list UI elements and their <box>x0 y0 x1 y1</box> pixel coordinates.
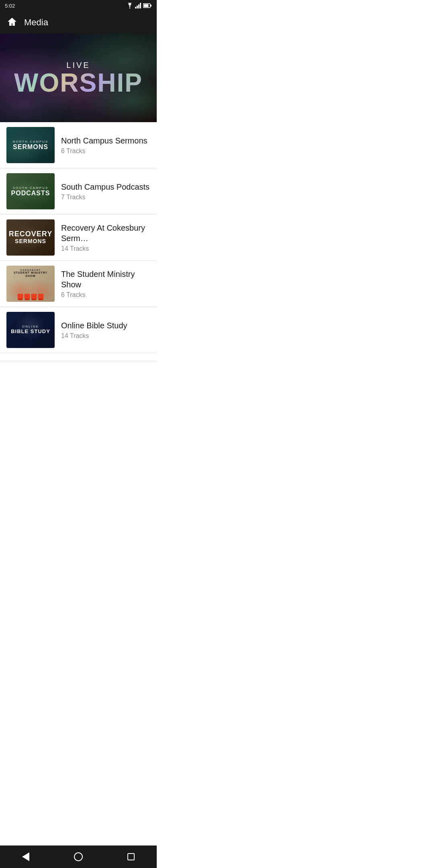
thumbnail-north-campus-sermons: NORTH CAMPUS SERMONS <box>6 127 55 163</box>
media-info: North Campus Sermons 6 Tracks <box>61 135 150 155</box>
svg-rect-3 <box>138 4 139 8</box>
chair <box>31 294 37 299</box>
thumb-chairs <box>18 294 44 299</box>
media-info: South Campus Podcasts 7 Tracks <box>61 182 150 201</box>
media-item-tracks: 6 Tracks <box>61 147 150 155</box>
svg-rect-1 <box>135 7 136 8</box>
list-item[interactable]: ONLINE BIBLE STUDY Online Bible Study 14… <box>0 307 157 353</box>
svg-rect-6 <box>151 5 152 7</box>
status-left: 5:02 <box>5 3 15 9</box>
list-item[interactable]: RECOVERY SERMONS Recovery At Cokesbury S… <box>0 215 157 261</box>
thumb-big-label: BIBLE STUDY <box>11 328 50 335</box>
chair <box>18 294 23 299</box>
battery-icon <box>143 3 152 8</box>
thumb-text: RECOVERY SERMONS <box>6 219 55 256</box>
thumb-show-label: STUDENT MINISTRYSHOW <box>14 271 47 278</box>
status-time: 5:02 <box>5 3 15 9</box>
thumbnail-student-ministry: COKESBURY STUDENT MINISTRYSHOW <box>6 266 55 302</box>
status-right <box>126 3 152 8</box>
page-title: Media <box>24 17 48 28</box>
thumb-big-label: SERMONS <box>13 143 48 151</box>
svg-rect-7 <box>144 4 149 7</box>
hero-banner[interactable]: LIVE WORSHIP <box>0 34 157 122</box>
svg-rect-4 <box>140 3 141 8</box>
status-bar: 5:02 <box>0 0 157 11</box>
app-bar: Media <box>0 11 157 34</box>
wifi-icon <box>126 3 133 8</box>
thumb-big-label: PODCASTS <box>11 190 50 197</box>
media-list: NORTH CAMPUS SERMONS North Campus Sermon… <box>0 122 157 353</box>
thumb-big-label: RECOVERY <box>9 230 52 238</box>
media-info: The Student Ministry Show 6 Tracks <box>61 269 150 299</box>
list-footer <box>0 353 157 361</box>
hero-worship-label: WORSHIP <box>14 70 143 96</box>
chair <box>38 294 44 299</box>
media-item-title: The Student Ministry Show <box>61 269 150 290</box>
thumb-small-label: NORTH CAMPUS <box>13 140 49 143</box>
thumb-small-label: ONLINE <box>22 325 39 328</box>
thumb-text: NORTH CAMPUS SERMONS <box>6 127 55 163</box>
media-item-title: Recovery At Cokesbury Serm… <box>61 223 150 244</box>
media-item-tracks: 14 Tracks <box>61 245 150 252</box>
thumbnail-recovery-sermons: RECOVERY SERMONS <box>6 219 55 256</box>
svg-rect-2 <box>137 6 138 8</box>
media-info: Online Bible Study 14 Tracks <box>61 320 150 340</box>
list-item[interactable]: SOUTH CAmPus PODCASTS South Campus Podca… <box>0 168 157 215</box>
hero-text: LIVE WORSHIP <box>14 61 143 96</box>
chair <box>25 294 30 299</box>
media-item-tracks: 7 Tracks <box>61 194 150 201</box>
media-item-title: Online Bible Study <box>61 320 150 331</box>
thumb-text: SOUTH CAmPus PODCASTS <box>6 173 55 209</box>
media-info: Recovery At Cokesbury Serm… 14 Tracks <box>61 223 150 252</box>
media-item-title: South Campus Podcasts <box>61 182 150 192</box>
media-item-tracks: 14 Tracks <box>61 332 150 340</box>
signal-icon <box>135 3 141 8</box>
thumbnail-online-bible-study: ONLINE BIBLE STUDY <box>6 312 55 348</box>
list-item[interactable]: NORTH CAMPUS SERMONS North Campus Sermon… <box>0 122 157 168</box>
list-item[interactable]: COKESBURY STUDENT MINISTRYSHOW The Stude… <box>0 261 157 307</box>
home-icon[interactable] <box>6 16 18 29</box>
thumb-big-label-2: SERMONS <box>15 238 46 244</box>
thumb-text: ONLINE BIBLE STUDY <box>6 312 55 348</box>
thumb-small-label: SOUTH CAmPus <box>13 186 48 190</box>
svg-point-0 <box>129 8 131 8</box>
thumbnail-south-campus-podcasts: SOUTH CAmPus PODCASTS <box>6 173 55 209</box>
media-item-title: North Campus Sermons <box>61 135 150 146</box>
media-item-tracks: 6 Tracks <box>61 291 150 299</box>
